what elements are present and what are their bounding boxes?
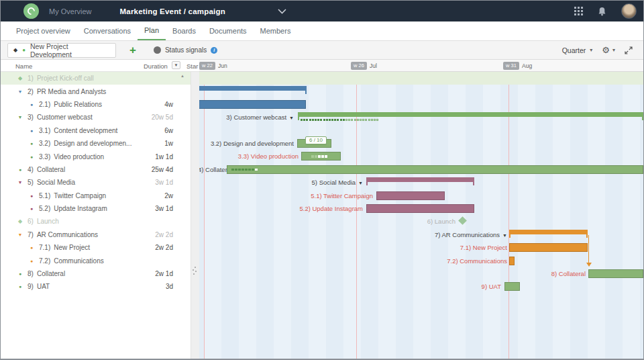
task-row[interactable]: ▼2)PR Media and Analysts (1, 85, 199, 97)
task-row[interactable]: ●5.2)Update Instagram3w 1d (1, 202, 199, 215)
task-name: Twitter Campaign (54, 192, 106, 199)
gantt-task-label: 7.1) New Project (460, 244, 507, 252)
task-row[interactable]: ●3.1)Content development6w (1, 124, 199, 137)
status-signal-circle-icon (154, 46, 161, 54)
task-duration: 3d (142, 283, 191, 290)
timeline-month-label: Aug (522, 62, 532, 69)
task-row[interactable]: ●3.3)Video production1w 1d (1, 150, 199, 163)
duration-sort-button[interactable]: ▼ (172, 61, 180, 69)
gantt-task-bar[interactable] (301, 152, 341, 161)
gantt-task-label: 3) Customer webcast▼ (226, 114, 294, 122)
triangle-icon[interactable]: ▼ (17, 115, 23, 120)
milestone-diamond-icon[interactable] (458, 217, 467, 226)
gantt-task-bar[interactable] (376, 191, 445, 200)
zoom-range-select[interactable]: Quarter ▾ (562, 46, 593, 54)
task-duration: 1w 1d (142, 153, 191, 161)
task-number: 9) (28, 283, 34, 290)
dot-icon: ● (28, 141, 35, 146)
add-task-button[interactable]: + (129, 44, 136, 56)
selected-row-highlight (199, 72, 643, 85)
dot-icon: ● (28, 154, 35, 159)
task-number: 3) (28, 114, 34, 121)
gantt-task-label: 3.2) Design and development (211, 140, 294, 148)
gantt-task-bar[interactable] (504, 282, 520, 291)
dependency-connector (588, 235, 589, 263)
task-table-panel: Name Duration ▼ Star ▲ ◆1)Project Kick-o… (1, 60, 199, 359)
gantt-task-bar[interactable] (588, 269, 643, 278)
task-name: Collateral (37, 166, 65, 173)
task-row[interactable]: ▼5)Social Media3w 1d (1, 176, 199, 189)
task-row[interactable]: ●9)UAT3d (1, 280, 199, 293)
info-icon[interactable]: i (211, 47, 217, 54)
timeline-header: w 22Junw 26Julw 31Aug (199, 60, 643, 72)
gantt-summary-bar[interactable] (509, 230, 588, 238)
task-number: 5.1) (39, 192, 50, 199)
gantt-task-label: 5) Social Media▼ (312, 179, 363, 187)
my-overview-link[interactable]: My Overview (49, 7, 92, 15)
apps-grid-icon[interactable] (574, 7, 583, 15)
gantt-task-bar[interactable] (509, 243, 588, 252)
task-name: New Project (54, 244, 90, 251)
project-title: Marketing Event / campaign (120, 7, 225, 15)
task-duration: 4w (142, 101, 191, 108)
user-avatar[interactable] (621, 3, 637, 19)
task-row[interactable]: ◆6)Launch (1, 215, 199, 228)
task-row[interactable]: ●2.1)Public Relations4w (1, 98, 199, 111)
task-row-label: 1)Project Kick-off call (28, 75, 142, 82)
task-row[interactable]: ●5.1)Twitter Campaign2w (1, 189, 199, 202)
timeline-week-badge: w 26 (351, 62, 367, 70)
panel-splitter[interactable] (191, 72, 199, 359)
gantt-task-bar[interactable] (227, 165, 643, 174)
gear-icon: ⚙ (602, 46, 610, 54)
tab-conversations[interactable]: Conversations (77, 21, 138, 40)
task-number: 2) (28, 88, 34, 95)
task-row[interactable]: ●7.1)New Project2w 2d (1, 241, 199, 254)
task-number: 8) (28, 270, 34, 277)
tab-members[interactable]: Members (254, 21, 298, 40)
gantt-task-bar[interactable] (199, 100, 306, 109)
task-row[interactable]: ●4)Collateral25w 4d (1, 163, 199, 176)
task-row-label: 3)Customer webcast (28, 114, 142, 121)
scroll-up-icon[interactable]: ▲ (180, 74, 184, 78)
bell-icon[interactable] (598, 7, 606, 16)
task-number: 7.1) (39, 244, 50, 251)
task-row[interactable]: ●8)Collateral2w 1d (1, 267, 199, 280)
collapse-caret-icon[interactable]: ▼ (502, 233, 507, 238)
progress-dots (301, 119, 378, 122)
project-selector[interactable]: ◆ ● New Project Development (7, 43, 116, 58)
project-switcher-chevron-icon[interactable] (278, 9, 286, 14)
gantt-summary-bar[interactable] (199, 86, 307, 94)
task-row[interactable]: ●3.2)Design and developmen...1w (1, 137, 199, 150)
task-name: Collateral (37, 270, 65, 277)
collapse-caret-icon[interactable]: ▼ (358, 181, 363, 185)
dot-icon: ● (28, 245, 35, 250)
tab-plan[interactable]: Plan (138, 21, 166, 40)
triangle-icon[interactable]: ▼ (17, 89, 23, 94)
gantt-task-bar[interactable] (509, 257, 515, 265)
collapse-caret-icon[interactable]: ▼ (289, 116, 294, 120)
gantt-task-bar[interactable] (366, 204, 474, 213)
tab-boards[interactable]: Boards (166, 21, 203, 40)
settings-menu-button[interactable]: ⚙ ▾ (602, 46, 615, 54)
fullscreen-icon[interactable] (625, 46, 633, 54)
task-name: UAT (37, 283, 50, 290)
task-row[interactable]: ▼7)AR Communications2w 2d (1, 228, 199, 241)
chevron-down-icon: ▾ (612, 47, 615, 53)
gantt-summary-bar[interactable] (366, 177, 474, 185)
task-row[interactable]: ▼3)Customer webcast20w 5d (1, 111, 199, 124)
tab-project-overview[interactable]: Project overview (9, 21, 77, 40)
task-row[interactable]: ◆1)Project Kick-off call (1, 72, 199, 85)
task-name: PR Media and Analysts (37, 88, 106, 95)
gantt-body[interactable]: 3) Customer webcast▼3.2) Design and deve… (199, 72, 643, 359)
gantt-task-label: 8) Collateral (551, 270, 586, 278)
task-duration: 1w (142, 140, 191, 147)
diamond-icon: ◆ (17, 218, 23, 224)
triangle-icon[interactable]: ▼ (17, 180, 23, 185)
dot-icon: ● (17, 167, 23, 172)
status-signals-toggle[interactable]: Status signals i (154, 46, 217, 54)
triangle-icon[interactable]: ▼ (17, 232, 23, 237)
task-name: Public Relations (54, 101, 102, 108)
app-logo-icon[interactable] (23, 3, 39, 19)
task-row[interactable]: ●7.2)Communications (1, 254, 199, 267)
tab-documents[interactable]: Documents (203, 21, 254, 40)
